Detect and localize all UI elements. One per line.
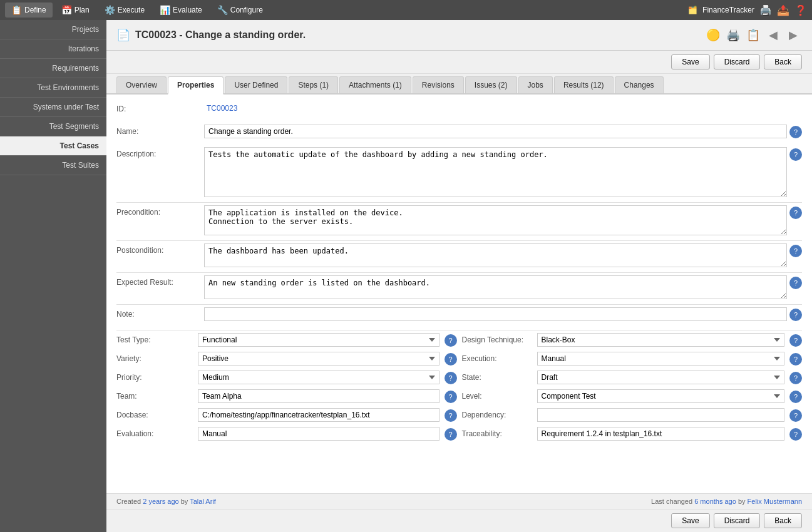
nav-plan[interactable]: 📅 Plan [55, 3, 96, 18]
test-type-help-icon[interactable]: ? [445, 334, 457, 347]
design-technique-label: Design Technique: [462, 335, 537, 344]
docbase-input[interactable] [198, 408, 439, 422]
sidebar-item-iterations[interactable]: Iterations [0, 39, 106, 59]
last-changed-age-link[interactable]: 6 months ago [694, 498, 736, 505]
dependency-select-wrap: ? [537, 408, 803, 422]
created-age-link[interactable]: 2 years ago [143, 498, 178, 505]
name-input[interactable] [204, 125, 787, 138]
nav-configure[interactable]: 🔧 Configure [211, 3, 269, 18]
docbase-help-icon[interactable]: ? [445, 409, 457, 422]
sidebar-item-systems-under-test[interactable]: Systems under Test [0, 98, 106, 117]
last-changed-user-link[interactable]: Felix Mustermann [748, 498, 802, 505]
configure-icon: 🔧 [217, 5, 228, 15]
sidebar-item-test-suites[interactable]: Test Suites [0, 156, 106, 175]
doc-icon: 📄 [116, 28, 130, 42]
team-help-icon[interactable]: ? [445, 391, 457, 403]
docbase-col: Docbase: ? [116, 408, 457, 422]
state-select[interactable]: Draft [537, 371, 785, 384]
evaluation-help-icon[interactable]: ? [445, 428, 457, 441]
variety-select[interactable]: Positive [198, 352, 439, 366]
sidebar: Projects Iterations Requirements Test En… [0, 20, 106, 532]
created-info: Created 2 years ago by Talal Arif [116, 498, 216, 505]
tab-revisions[interactable]: Revisions [413, 76, 464, 93]
execution-select[interactable]: Manual [537, 352, 785, 366]
tab-jobs[interactable]: Jobs [518, 76, 553, 93]
export-btn[interactable]: 📋 [744, 26, 762, 44]
note-help-icon[interactable]: ? [789, 309, 802, 321]
test-type-design-row: Test Type: Functional ? Design Technique… [116, 333, 802, 347]
state-help-icon[interactable]: ? [789, 372, 802, 384]
evaluation-col: Evaluation: ? [116, 427, 457, 441]
tab-changes[interactable]: Changes [615, 76, 664, 93]
design-technique-select-wrap: Black-Box ? [537, 333, 803, 347]
priority-select-wrap: Medium ? [198, 371, 457, 384]
note-label: Note: [116, 307, 204, 319]
evaluation-select-wrap: ? [198, 427, 457, 441]
design-technique-select[interactable]: Black-Box [537, 333, 785, 347]
top-nav: 📋 Define 📅 Plan ⚙️ Execute 📊 Evaluate 🔧 … [0, 0, 812, 20]
next-btn[interactable]: ▶ [784, 26, 802, 44]
postcondition-textarea[interactable]: The dashboard has been updated. [204, 243, 787, 267]
team-input[interactable] [198, 389, 439, 403]
sidebar-item-test-environments[interactable]: Test Environments [0, 78, 106, 98]
precondition-textarea[interactable]: The application is installed on the devi… [204, 205, 787, 235]
precondition-help-icon[interactable]: ? [789, 207, 802, 219]
variety-execution-row: Variety: Positive ? Execution: Manual [116, 352, 802, 366]
design-technique-help-icon[interactable]: ? [789, 334, 802, 347]
description-textarea[interactable]: Tests the automatic update of the dashbo… [204, 147, 787, 197]
dependency-input[interactable] [537, 408, 785, 422]
sidebar-item-projects[interactable]: Projects [0, 20, 106, 39]
nav-define[interactable]: 📋 Define [5, 3, 53, 18]
traceability-input[interactable] [537, 427, 785, 441]
traceability-help-icon[interactable]: ? [789, 428, 802, 441]
sidebar-item-requirements[interactable]: Requirements [0, 59, 106, 78]
evaluation-input[interactable] [198, 427, 439, 441]
help-icon[interactable]: ❓ [794, 4, 807, 16]
priority-select[interactable]: Medium [198, 371, 439, 384]
bottom-discard-button[interactable]: Discard [714, 513, 761, 528]
nav-evaluate[interactable]: 📊 Evaluate [153, 3, 208, 18]
expected-result-help-icon[interactable]: ? [789, 277, 802, 289]
id-value[interactable]: TC00023 [204, 102, 802, 115]
traceability-select-wrap: ? [537, 427, 803, 441]
level-help-icon[interactable]: ? [789, 391, 802, 403]
print-icon[interactable]: 🖨️ [759, 4, 772, 16]
traceability-label: Traceability: [462, 429, 537, 438]
export-icon[interactable]: 📤 [777, 4, 789, 16]
tab-overview[interactable]: Overview [116, 76, 167, 93]
description-help-icon[interactable]: ? [789, 148, 802, 161]
tab-properties[interactable]: Properties [168, 76, 224, 95]
note-input[interactable] [204, 307, 787, 321]
name-help-icon[interactable]: ? [789, 126, 802, 138]
evaluate-icon: 📊 [160, 5, 170, 15]
note-row: Note: ? [116, 307, 802, 325]
tab-user-defined[interactable]: User Defined [225, 76, 287, 93]
priority-help-icon[interactable]: ? [445, 372, 457, 384]
tab-issues[interactable]: Issues (2) [465, 76, 517, 93]
dependency-help-icon[interactable]: ? [789, 409, 802, 422]
sidebar-item-test-segments[interactable]: Test Segments [0, 117, 106, 136]
bottom-back-button[interactable]: Back [764, 513, 802, 528]
level-label: Level: [462, 392, 537, 401]
tab-steps[interactable]: Steps (1) [289, 76, 338, 93]
test-type-select[interactable]: Functional [198, 333, 439, 347]
sidebar-item-test-cases[interactable]: Test Cases [0, 136, 106, 156]
back-button[interactable]: Back [764, 54, 802, 69]
bottom-save-button[interactable]: Save [671, 513, 709, 528]
yellow-circle-btn[interactable]: 🟡 [704, 26, 722, 44]
postcondition-help-icon[interactable]: ? [789, 245, 802, 257]
tab-attachments[interactable]: Attachments (1) [339, 76, 411, 93]
save-button[interactable]: Save [671, 54, 709, 69]
nav-execute[interactable]: ⚙️ Execute [98, 3, 151, 18]
execution-help-icon[interactable]: ? [789, 353, 802, 366]
expected-result-textarea[interactable]: An new standing order is listed on the d… [204, 275, 787, 299]
level-select[interactable]: Component Test [537, 389, 785, 403]
print-btn[interactable]: 🖨️ [724, 26, 742, 44]
prev-btn[interactable]: ◀ [764, 26, 782, 44]
created-user-link[interactable]: Talal Arif [190, 498, 216, 505]
discard-button[interactable]: Discard [714, 54, 761, 69]
description-label: Description: [116, 147, 204, 158]
variety-select-wrap: Positive ? [198, 352, 457, 366]
tab-results[interactable]: Results (12) [554, 76, 614, 93]
variety-help-icon[interactable]: ? [445, 353, 457, 366]
